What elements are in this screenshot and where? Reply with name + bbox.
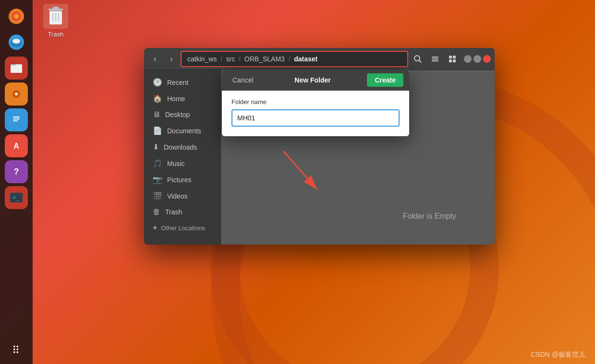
breadcrumb-dataset[interactable]: dataset xyxy=(291,54,320,64)
sidebar-home-label: Home xyxy=(167,95,185,103)
svg-rect-14 xyxy=(13,118,20,119)
pictures-icon: 📷 xyxy=(153,175,162,184)
taskbar-writer[interactable] xyxy=(5,108,28,131)
svg-rect-33 xyxy=(449,56,452,59)
sidebar-item-other-locations[interactable]: + Other Locations xyxy=(146,220,219,235)
dialog-create-button[interactable]: Create xyxy=(367,73,403,87)
svg-line-29 xyxy=(419,60,422,62)
svg-rect-35 xyxy=(449,59,452,62)
svg-rect-8 xyxy=(11,66,22,73)
sidebar-item-pictures[interactable]: 📷 Pictures xyxy=(146,172,219,188)
search-button[interactable] xyxy=(410,51,425,67)
file-manager-toolbar: ‹ › catkin_ws / src / ORB_SLAM3 / datase… xyxy=(144,48,495,70)
dialog-cancel-button[interactable]: Cancel xyxy=(228,73,258,87)
sidebar-documents-label: Documents xyxy=(167,127,201,135)
sidebar-item-trash[interactable]: 🗑 Trash xyxy=(146,204,219,220)
folder-name-label: Folder name xyxy=(231,98,400,106)
taskbar: A ? >_ ⠿ xyxy=(0,0,33,364)
recent-icon: 🕐 xyxy=(153,78,162,87)
sidebar-videos-label: Videos xyxy=(167,192,188,200)
svg-point-11 xyxy=(15,93,18,95)
sidebar-item-documents[interactable]: 📄 Documents xyxy=(146,123,219,139)
sidebar-item-videos[interactable]: 🎬 Videos xyxy=(146,188,219,204)
sidebar-desktop-label: Desktop xyxy=(165,111,190,118)
taskbar-terminal[interactable]: >_ xyxy=(5,186,28,209)
svg-text:?: ? xyxy=(14,167,19,176)
breadcrumb-catkin-ws[interactable]: catkin_ws xyxy=(184,54,219,64)
breadcrumb-sep-2: / xyxy=(239,56,240,62)
svg-rect-25 xyxy=(52,13,53,22)
sidebar-music-label: Music xyxy=(167,160,185,167)
svg-rect-13 xyxy=(13,117,20,117)
taskbar-rhythmbox[interactable] xyxy=(5,82,28,106)
taskbar-appstore[interactable]: A xyxy=(5,134,28,157)
svg-rect-36 xyxy=(453,59,456,62)
svg-rect-26 xyxy=(55,13,56,22)
sidebar-trash-label: Trash xyxy=(165,208,182,216)
breadcrumb: catkin_ws / src / ORB_SLAM3 / dataset xyxy=(181,51,408,67)
toolbar-right xyxy=(410,51,491,67)
view-toggle-button[interactable] xyxy=(445,51,460,67)
svg-rect-31 xyxy=(432,59,438,59)
svg-rect-12 xyxy=(12,114,21,126)
forward-button[interactable]: › xyxy=(164,52,179,66)
sidebar-pictures-label: Pictures xyxy=(167,176,192,184)
sidebar-item-home[interactable]: 🏠 Home xyxy=(146,91,219,106)
dialog-header: Cancel New Folder Create xyxy=(222,70,409,91)
dialog-body: Folder name xyxy=(222,91,409,136)
svg-rect-15 xyxy=(13,120,18,121)
svg-rect-27 xyxy=(58,13,59,22)
svg-rect-32 xyxy=(432,60,438,61)
breadcrumb-src[interactable]: src xyxy=(223,54,238,64)
breadcrumb-orbslam[interactable]: ORB_SLAM3 xyxy=(242,54,288,64)
taskbar-thunderbird[interactable] xyxy=(5,31,28,54)
svg-rect-30 xyxy=(432,57,438,58)
sidebar-recent-label: Recent xyxy=(167,79,188,86)
sidebar-downloads-label: Downloads xyxy=(164,143,197,151)
sidebar-item-recent[interactable]: 🕐 Recent xyxy=(146,74,219,90)
minimize-button[interactable] xyxy=(464,55,472,63)
svg-text:>_: >_ xyxy=(12,194,20,201)
svg-rect-34 xyxy=(453,56,456,59)
desktop-trash-label: Trash xyxy=(48,31,64,38)
taskbar-firefox[interactable] xyxy=(5,5,28,28)
svg-rect-23 xyxy=(53,7,59,9)
trash-sidebar-icon: 🗑 xyxy=(153,208,160,216)
documents-icon: 📄 xyxy=(153,126,162,135)
back-button[interactable]: ‹ xyxy=(148,52,162,66)
add-icon: + xyxy=(153,223,157,232)
dialog-title: New Folder xyxy=(258,76,367,84)
desktop-trash-icon[interactable]: Trash xyxy=(43,4,68,38)
breadcrumb-sep-3: / xyxy=(289,56,290,62)
desktop-icon: 🖥 xyxy=(153,110,160,119)
sidebar-item-music[interactable]: 🎵 Music xyxy=(146,155,219,171)
svg-point-2 xyxy=(14,14,19,19)
close-button[interactable] xyxy=(483,55,491,63)
csdn-watermark: CSDN @极客范儿 xyxy=(531,351,585,359)
file-manager-sidebar: 🕐 Recent 🏠 Home 🖥 Desktop 📄 Documents ⬇ … xyxy=(144,70,221,245)
breadcrumb-sep-1: / xyxy=(220,56,222,62)
taskbar-help[interactable]: ? xyxy=(5,160,28,183)
folder-name-input[interactable] xyxy=(231,109,400,127)
window-controls xyxy=(464,55,491,63)
empty-folder-text: Folder is Empty xyxy=(403,212,456,221)
new-folder-dialog: Cancel New Folder Create Folder name xyxy=(222,70,409,136)
taskbar-files[interactable] xyxy=(5,57,28,80)
trash-icon xyxy=(43,4,68,29)
maximize-button[interactable] xyxy=(474,55,481,63)
sidebar-item-downloads[interactable]: ⬇ Downloads xyxy=(146,139,219,155)
home-icon: 🏠 xyxy=(153,94,162,103)
svg-point-5 xyxy=(12,39,20,44)
videos-icon: 🎬 xyxy=(153,191,162,200)
sidebar-item-desktop[interactable]: 🖥 Desktop xyxy=(146,107,219,122)
downloads-icon: ⬇ xyxy=(153,142,159,152)
music-icon: 🎵 xyxy=(153,159,162,168)
svg-text:A: A xyxy=(13,142,19,150)
apps-grid-button[interactable]: ⠿ xyxy=(12,344,21,357)
sidebar-other-locations-label: Other Locations xyxy=(161,224,205,232)
properties-button[interactable] xyxy=(427,51,443,67)
